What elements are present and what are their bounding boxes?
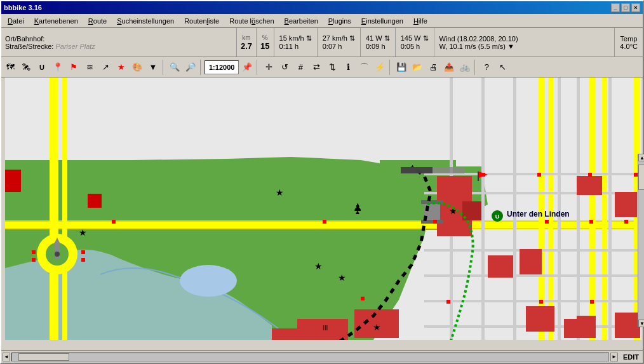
tb-cursor-icon[interactable]: ↖ [495,60,510,75]
infobar: Ort/Bahnhof: Straße/Strecke: Pariser Pla… [1,28,643,57]
tb-zoom-out-icon[interactable]: 🔍 [167,60,182,75]
temp-label: Temp [620,35,638,43]
tb-curve-icon[interactable]: ⌒ [356,60,372,75]
tb-flag-red-icon[interactable]: ⚑ [66,60,81,75]
svg-rect-38 [526,306,554,332]
vscrollbar-thumb[interactable] [638,165,644,190]
map-area: ★ III ★ [1,78,644,340]
tb-zoom-in-icon[interactable]: 🔎 [183,60,198,75]
svg-rect-84 [5,170,21,192]
tb-info-icon[interactable]: ℹ [340,60,356,75]
svg-rect-37 [520,249,542,274]
svg-text:★: ★ [373,322,381,332]
svg-rect-65 [446,300,450,304]
titlebar-title: bbbike 3.16 [4,4,42,11]
svg-point-4 [180,265,237,297]
svg-text:U: U [495,213,500,220]
menu-plugins[interactable]: Plugins [323,16,356,26]
menu-einstellungen[interactable]: Einstellungen [356,16,408,26]
menu-routenliste[interactable]: Routenliste [179,16,224,26]
svg-text:★: ★ [338,273,346,283]
tb-crosshair-icon[interactable]: ✛ [261,60,276,75]
percent-value: 15 [260,41,269,51]
tb-sep5 [474,60,477,75]
tb-satellite-icon[interactable]: 🛰 [18,60,34,75]
tb-arrow-icon[interactable]: ↗ [98,60,113,75]
tb-star-icon[interactable]: ★ [114,60,129,75]
tb-map-icon[interactable]: 🗺 [3,60,18,75]
tb-save-icon[interactable]: 💾 [394,60,409,75]
power1-label: 41 W ⇅ [366,34,390,43]
tb-print-icon[interactable]: 🖨 [426,60,441,75]
minimize-button[interactable]: _ [611,3,620,12]
hscrollbar-track [11,353,609,361]
tb-grid-icon[interactable]: # [293,60,308,75]
svg-rect-72 [588,173,592,177]
menu-sucheinstellungen[interactable]: Sucheinstellungen [112,16,179,26]
menu-datei[interactable]: Datei [3,16,29,26]
tb-subway-icon[interactable]: U [34,60,50,75]
svg-rect-36 [488,255,513,278]
tb-marker-icon[interactable]: 📍 [50,60,65,75]
svg-rect-71 [537,173,541,177]
svg-rect-42 [615,313,640,338]
tb-dropdown-icon[interactable]: ▼ [145,60,161,75]
maximize-button[interactable]: □ [621,3,630,12]
svg-rect-62 [361,297,365,300]
info-speed1: 15 km/h ⇅ 0:11 h [274,28,317,57]
tb-open-icon[interactable]: 📂 [410,60,425,75]
tb-refresh-icon[interactable]: ↺ [277,60,292,75]
tb-palette-icon[interactable]: 🎨 [130,60,145,75]
svg-rect-55 [545,220,549,224]
tb-help-icon[interactable]: ? [479,60,494,75]
titlebar: bbbike 3.16 _ □ × [1,1,643,14]
tb-export-icon[interactable]: 📤 [441,60,457,75]
map[interactable]: ★ III ★ [1,78,644,340]
menu-bearbeiten[interactable]: Bearbeiten [279,16,323,26]
power2-time: 0:05 h [401,43,429,50]
speed2-label: 27 km/h ⇅ [323,34,355,43]
location-label: Ort/Bahnhof: [5,35,232,43]
speed1-time: 0:11 h [279,43,312,50]
menu-kartenebenen[interactable]: Kartenebenen [29,16,83,26]
svg-rect-9 [50,78,58,340]
vscrollbar-down-btn[interactable]: ▼ [638,320,644,327]
tb-route-icon[interactable]: ⇄ [309,60,324,75]
speed2-time: 0:07 h [323,43,355,50]
svg-rect-43 [577,316,596,338]
svg-rect-40 [577,176,602,195]
svg-rect-60 [81,250,85,254]
tb-map-pin-icon[interactable]: 📌 [239,60,255,75]
svg-rect-58 [32,250,36,254]
svg-rect-59 [32,258,36,262]
menu-route[interactable]: Route [83,16,112,26]
info-km: km 2.7 [236,28,256,57]
tb-sep3 [257,60,259,75]
power2-label: 145 W ⇅ [401,34,429,43]
svg-rect-88 [478,172,479,181]
tb-sep1 [163,60,165,75]
svg-rect-57 [624,220,628,224]
info-power1: 41 W ⇅ 0:09 h [360,28,395,57]
label-unter-den-linden: Unter den Linden [507,210,570,219]
tb-lightning-icon[interactable]: ⚡ [372,60,387,75]
hscrollbar-right-btn[interactable]: ► [610,353,618,361]
svg-rect-61 [81,258,85,262]
tb-bike-icon[interactable]: 🚲 [457,60,473,75]
temp-value: 4.0°C [620,43,638,50]
tb-scale: 1:12000 [205,60,239,74]
hscrollbar-left-btn[interactable]: ◄ [3,353,10,361]
titlebar-controls: _ □ × [611,3,640,12]
vscrollbar-up-btn[interactable]: ▲ [638,154,644,161]
vertical-scrollbar[interactable]: ▲ ▼ [638,154,644,327]
menu-route-loeschen[interactable]: Route löschen [224,16,279,26]
toolbar: 🗺 🛰 U 📍 ⚑ ≋ ↗ ★ 🎨 ▼ 🔍 🔎 1:12000 📌 ✛ ↺ # … [1,57,643,78]
svg-rect-56 [589,220,593,224]
tb-swap-icon[interactable]: ⇅ [325,60,340,75]
wind-dropdown-icon[interactable]: ▼ [507,43,514,50]
tb-stripes-icon[interactable]: ≋ [82,60,97,75]
menu-hilfe[interactable]: Hilfe [408,16,433,26]
hscrollbar-thumb[interactable] [18,353,69,361]
street-label: Straße/Strecke: [5,43,53,50]
close-button[interactable]: × [631,3,640,12]
